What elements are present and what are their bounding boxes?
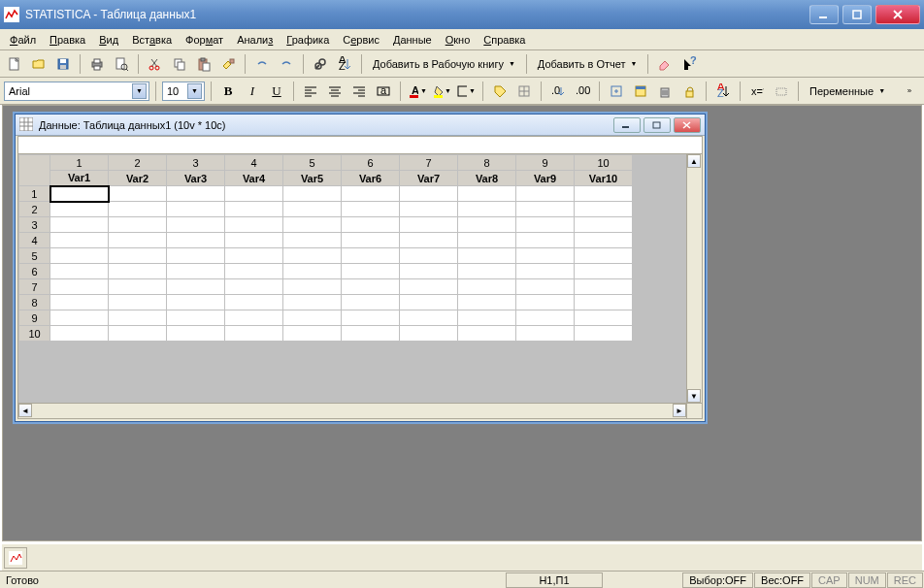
cell[interactable] — [167, 326, 225, 342]
cell[interactable] — [400, 295, 458, 310]
cell[interactable] — [167, 279, 225, 295]
row-header[interactable]: 4 — [19, 233, 50, 248]
cell[interactable] — [109, 202, 167, 217]
cell[interactable] — [50, 264, 109, 279]
cell[interactable] — [109, 217, 167, 233]
cell[interactable] — [516, 217, 575, 233]
cell[interactable] — [50, 279, 109, 295]
cell[interactable] — [516, 279, 575, 295]
col-name-header[interactable]: Var7 — [400, 171, 458, 186]
minimize-button[interactable] — [809, 5, 839, 24]
cell[interactable] — [458, 186, 516, 202]
cell[interactable] — [575, 326, 633, 342]
cell[interactable] — [283, 233, 342, 248]
cell[interactable] — [283, 202, 342, 217]
lock-button[interactable] — [678, 81, 700, 102]
formula-bar[interactable] — [18, 137, 702, 154]
add-to-report-button[interactable]: Добавить в Отчет▼ — [533, 53, 643, 75]
grid-toggle-button[interactable] — [513, 81, 535, 102]
find-button[interactable] — [310, 53, 331, 75]
col-name-header[interactable]: Var3 — [167, 171, 225, 186]
window-button[interactable] — [630, 81, 651, 102]
cell[interactable] — [400, 233, 458, 248]
cell[interactable] — [225, 310, 283, 326]
paste-button[interactable] — [193, 53, 214, 75]
col-num-header[interactable]: 4 — [225, 155, 283, 171]
cell[interactable] — [400, 264, 458, 279]
cut-button[interactable] — [145, 53, 166, 75]
menu-format[interactable]: Формат — [180, 32, 229, 48]
col-name-header[interactable]: Var5 — [283, 171, 342, 186]
cell[interactable] — [400, 217, 458, 233]
col-num-header[interactable]: 1 — [50, 155, 109, 171]
menu-window[interactable]: Окно — [440, 32, 477, 48]
toolbar-overflow-button[interactable]: » — [899, 81, 920, 102]
row-header[interactable]: 10 — [19, 326, 50, 342]
align-right-button[interactable] — [348, 81, 370, 102]
col-num-header[interactable]: 2 — [109, 155, 167, 171]
cell[interactable] — [575, 295, 633, 310]
cell[interactable] — [342, 310, 400, 326]
select-all-cell[interactable] — [19, 155, 50, 186]
menu-insert[interactable]: Вставка — [126, 32, 178, 48]
cell[interactable] — [50, 295, 109, 310]
cell[interactable] — [342, 233, 400, 248]
cell[interactable] — [575, 264, 633, 279]
grid-area[interactable]: 12345678910Var1Var2Var3Var4Var5Var6Var7V… — [18, 154, 686, 403]
cell[interactable] — [516, 233, 575, 248]
cell[interactable] — [516, 310, 575, 326]
cell[interactable] — [458, 326, 516, 342]
font-color-button[interactable]: A▼ — [407, 81, 428, 102]
col-name-header[interactable]: Var2 — [109, 171, 167, 186]
col-name-header[interactable]: Var6 — [342, 171, 400, 186]
menu-edit[interactable]: Правка — [44, 32, 91, 48]
cell[interactable] — [109, 264, 167, 279]
bold-button[interactable]: B — [217, 81, 239, 102]
cell[interactable] — [458, 264, 516, 279]
cell[interactable] — [167, 264, 225, 279]
cell[interactable] — [225, 186, 283, 202]
cell[interactable] — [575, 186, 633, 202]
cell[interactable] — [342, 248, 400, 264]
col-name-header[interactable]: Var10 — [575, 171, 633, 186]
add-to-workbook-button[interactable]: Добавить в Рабочую книгу▼ — [368, 53, 520, 75]
child-close-button[interactable] — [674, 117, 701, 133]
cell[interactable] — [225, 264, 283, 279]
col-name-header[interactable]: Var8 — [458, 171, 516, 186]
col-name-header[interactable]: Var9 — [516, 171, 575, 186]
cell[interactable] — [342, 217, 400, 233]
show-hidden-button[interactable] — [771, 81, 792, 102]
cell[interactable] — [283, 186, 342, 202]
scroll-down-button[interactable]: ▼ — [687, 389, 701, 403]
task-spreadsheet-button[interactable] — [4, 547, 27, 569]
menu-analysis[interactable]: Анализ — [231, 32, 279, 48]
cell[interactable] — [283, 310, 342, 326]
cell[interactable] — [400, 202, 458, 217]
cell[interactable] — [283, 264, 342, 279]
menu-file[interactable]: Файл — [4, 32, 42, 48]
cell[interactable] — [400, 186, 458, 202]
font-size-combo[interactable]: 10▼ — [162, 82, 205, 101]
row-header[interactable]: 5 — [19, 248, 50, 264]
decimal-dec-button[interactable]: .00 — [572, 81, 593, 102]
cell[interactable] — [458, 310, 516, 326]
cell[interactable] — [342, 264, 400, 279]
cell[interactable] — [50, 326, 109, 342]
cell[interactable] — [109, 248, 167, 264]
cell[interactable] — [516, 248, 575, 264]
child-minimize-button[interactable] — [613, 117, 641, 133]
undo-button[interactable] — [251, 53, 273, 75]
cell[interactable] — [167, 310, 225, 326]
cell[interactable] — [400, 279, 458, 295]
cell[interactable] — [575, 248, 633, 264]
cell[interactable] — [342, 295, 400, 310]
cell[interactable] — [516, 264, 575, 279]
cell[interactable] — [342, 279, 400, 295]
cell[interactable] — [283, 279, 342, 295]
cell[interactable] — [283, 217, 342, 233]
underline-button[interactable]: U — [266, 81, 287, 102]
row-header[interactable]: 1 — [19, 186, 50, 202]
print-button[interactable] — [86, 53, 108, 75]
cell[interactable] — [458, 248, 516, 264]
cell[interactable] — [342, 186, 400, 202]
